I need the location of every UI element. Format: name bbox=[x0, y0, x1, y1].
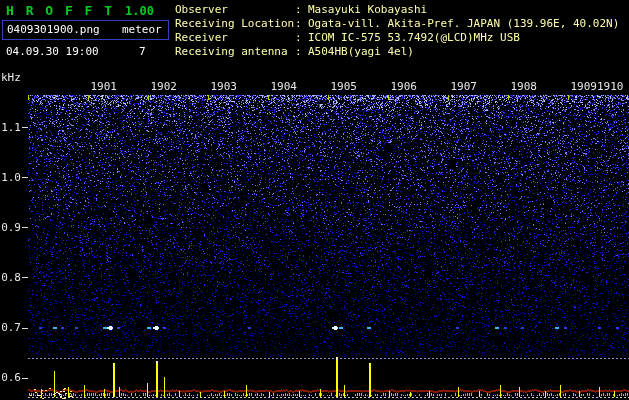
info-row-location: Receiving Location:Ogata-vill. Akita-Pre… bbox=[175, 17, 627, 31]
info-row-observer: Observer:Masayuki Kobayashi bbox=[175, 3, 627, 17]
meteor-count: 7 bbox=[139, 45, 146, 58]
freq-label-1.0: 1.0 bbox=[0, 171, 21, 184]
khz-unit-label: kHz bbox=[1, 71, 21, 84]
freq-label-0.9: 0.9 bbox=[0, 221, 21, 234]
info-colon: : bbox=[295, 31, 308, 45]
info-row-antenna: Receiving antenna:A504HB(yagi 4el) bbox=[175, 45, 627, 59]
info-value: Ogata-vill. Akita-Pref. JAPAN (139.96E, … bbox=[308, 17, 619, 30]
app-title: H R O F F T bbox=[6, 3, 114, 18]
info-label: Receiving antenna bbox=[175, 45, 295, 59]
time-label-1902: 1902 bbox=[151, 80, 178, 93]
time-label-1904: 1904 bbox=[271, 80, 298, 93]
mode-label: meteor bbox=[122, 23, 162, 36]
time-label-1909: 1909 bbox=[571, 80, 598, 93]
filename-box: 0409301900.png meteor bbox=[2, 20, 169, 40]
time-label-1905: 1905 bbox=[331, 80, 358, 93]
datetime: 04.09.30 19:00 bbox=[6, 45, 99, 58]
info-value: A504HB(yagi 4el) bbox=[308, 45, 414, 58]
info-row-receiver: Receiver:ICOM IC-575 53.7492(@LCD)MHz US… bbox=[175, 31, 627, 45]
time-label-1907: 1907 bbox=[451, 80, 478, 93]
time-label-1906: 1906 bbox=[391, 80, 418, 93]
info-colon: : bbox=[295, 45, 308, 59]
info-colon: : bbox=[295, 3, 308, 17]
time-label-1910: 1910 bbox=[597, 80, 624, 93]
time-label-1908: 1908 bbox=[511, 80, 538, 93]
info-label: Receiving Location bbox=[175, 17, 295, 31]
spectrogram-canvas bbox=[0, 0, 629, 400]
freq-label-1.1: 1.1 bbox=[0, 121, 21, 134]
info-label: Observer bbox=[175, 3, 295, 17]
time-label-1901: 1901 bbox=[91, 80, 118, 93]
info-value: Masayuki Kobayashi bbox=[308, 3, 427, 16]
info-colon: : bbox=[295, 17, 308, 31]
station-info: Observer:Masayuki Kobayashi Receiving Lo… bbox=[175, 3, 627, 59]
info-label: Receiver bbox=[175, 31, 295, 45]
hrofft-screen: H R O F F T 1.00 0409301900.png meteor 0… bbox=[0, 0, 629, 400]
freq-label-0.8: 0.8 bbox=[0, 271, 21, 284]
app-version: 1.00 bbox=[125, 4, 154, 18]
time-label-1903: 1903 bbox=[211, 80, 238, 93]
freq-label-0.6: 0.6 bbox=[0, 371, 21, 384]
filename: 0409301900.png bbox=[7, 23, 100, 36]
freq-label-0.7: 0.7 bbox=[0, 321, 21, 334]
info-value: ICOM IC-575 53.7492(@LCD)MHz USB bbox=[308, 31, 520, 44]
